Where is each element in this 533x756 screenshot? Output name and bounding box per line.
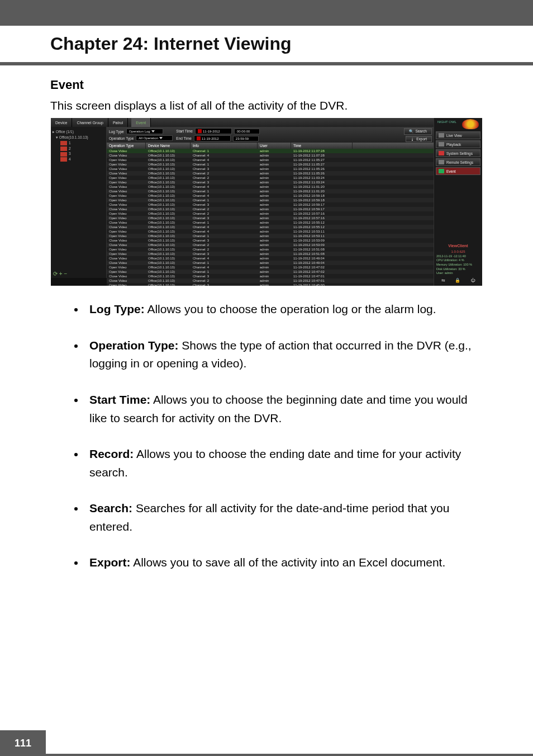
table-row[interactable]: Close VideoOffice(10.1.10.13)Channel: 3a… bbox=[107, 202, 434, 207]
table-row[interactable]: Close VideoOffice(10.1.10.13)Channel: 1a… bbox=[107, 189, 434, 193]
tree-channel-1[interactable]: 1 bbox=[53, 140, 104, 146]
switch-user-icon[interactable]: ⇆ bbox=[441, 277, 445, 284]
export-button[interactable]: ⭳ Export bbox=[406, 136, 432, 142]
table-row[interactable]: Open VideoOffice(10.1.10.13)Channel: 2ad… bbox=[107, 247, 434, 252]
monitor-icon bbox=[439, 133, 444, 138]
table-cell: Office(10.1.10.13) bbox=[146, 171, 191, 176]
table-row[interactable]: Open VideoOffice(10.1.10.13)Channel: 4ad… bbox=[107, 265, 434, 270]
power-icon[interactable]: ⏻ bbox=[470, 277, 475, 284]
table-row[interactable]: Close VideoOffice(10.1.10.13)Channel: 3a… bbox=[107, 167, 434, 171]
table-cell: Close Video bbox=[107, 261, 146, 265]
end-date-input[interactable]: 11-19-2012 bbox=[194, 135, 231, 141]
table-row[interactable]: Close VideoOffice(10.1.10.13)Channel: 1a… bbox=[107, 220, 434, 225]
table-cell: Office(10.1.10.13) bbox=[146, 225, 191, 229]
col-device-name[interactable]: Device Name bbox=[146, 143, 191, 149]
table-cell: Office(10.1.10.13) bbox=[146, 180, 191, 185]
table-cell: Channel: 2 bbox=[191, 211, 258, 216]
table-row[interactable]: Close VideoOffice(10.1.10.13)Channel: 4a… bbox=[107, 153, 434, 158]
operation-type-select[interactable]: All Operation bbox=[136, 135, 173, 141]
log-type-select[interactable]: Operation Log bbox=[126, 129, 163, 134]
table-row[interactable]: Open VideoOffice(10.1.10.13)Channel: 4ad… bbox=[107, 193, 434, 198]
table-row[interactable]: Open VideoOffice(10.1.10.13)Channel: 2ad… bbox=[107, 176, 434, 180]
table-row[interactable]: Open VideoOffice(10.1.10.13)Channel: 1ad… bbox=[107, 234, 434, 238]
table-row[interactable]: Open VideoOffice(10.1.10.13)Channel: 1ad… bbox=[107, 162, 434, 167]
col-info[interactable]: Info bbox=[191, 143, 258, 149]
table-cell: 11-19-2012 10:59:18 bbox=[291, 198, 353, 202]
side-btn-playback[interactable]: Playback bbox=[436, 140, 480, 148]
side-btn-remote-settings[interactable]: Remote Settings bbox=[436, 158, 480, 166]
table-row[interactable]: Close VideoOffice(10.1.10.13)Channel: 2a… bbox=[107, 171, 434, 176]
tree-channel-4[interactable]: 4 bbox=[53, 157, 104, 162]
col-time[interactable]: Time bbox=[291, 143, 353, 149]
table-cell: 11-19-2012 10:59:17 bbox=[291, 202, 353, 207]
lock-icon[interactable]: 🔒 bbox=[455, 277, 460, 284]
tree-device-office[interactable]: ▾ Office(10.1.10.13) bbox=[53, 135, 104, 140]
table-row[interactable]: Close VideoOffice(10.1.10.13)Channel: 4a… bbox=[107, 256, 434, 261]
gear-icon bbox=[439, 151, 444, 155]
table-cell: Office(10.1.10.13) bbox=[146, 229, 191, 234]
side-btn-system-settings[interactable]: System Settings bbox=[436, 149, 480, 157]
table-row[interactable]: Close VideoOffice(10.1.10.13)Channel: 4a… bbox=[107, 225, 434, 229]
table-cell: Close Video bbox=[107, 225, 146, 229]
table-row[interactable]: Close VideoOffice(10.1.10.13)Channel: 1a… bbox=[107, 149, 434, 153]
table-cell: Open Video bbox=[107, 229, 146, 234]
table-row[interactable]: Open VideoOffice(10.1.10.13)Channel: 4ad… bbox=[107, 158, 434, 162]
table-row[interactable]: Open VideoOffice(10.1.10.13)Channel: 4ad… bbox=[107, 229, 434, 234]
top-tab-bar: Device Channel Group Patrol Event bbox=[51, 118, 482, 127]
table-row[interactable]: Open VideoOffice(10.1.10.13)Channel: 2ad… bbox=[107, 211, 434, 216]
top-tab-patrol[interactable]: Patrol bbox=[108, 118, 128, 127]
main-tab-event[interactable]: Event bbox=[131, 118, 151, 127]
table-cell: Channel: 1 bbox=[191, 270, 258, 274]
disk-label: Disk Utilization: bbox=[436, 267, 458, 271]
table-cell: Channel: 3 bbox=[191, 238, 258, 243]
tree-channel-2[interactable]: 2 bbox=[53, 146, 104, 152]
table-cell: Office(10.1.10.13) bbox=[146, 256, 191, 261]
top-tab-device[interactable]: Device bbox=[51, 118, 72, 127]
table-cell: admin bbox=[258, 189, 291, 193]
table-row[interactable]: Open VideoOffice(10.1.10.13)Channel: 3ad… bbox=[107, 216, 434, 220]
table-row[interactable]: Open VideoOffice(10.1.10.13)Channel: 1ad… bbox=[107, 270, 434, 274]
table-cell: Open Video bbox=[107, 198, 146, 202]
table-row[interactable]: Open VideoOffice(10.1.10.13)Channel: 3ad… bbox=[107, 252, 434, 256]
table-cell: 11-19-2012 10:51:08 bbox=[291, 247, 353, 252]
start-date-input[interactable]: 11-19-2012 bbox=[195, 128, 232, 134]
table-cell: Channel: 3 bbox=[191, 167, 258, 171]
table-cell: Close Video bbox=[107, 153, 146, 158]
table-cell: Close Video bbox=[107, 185, 146, 189]
cpu-label: CPU Utilization: bbox=[436, 258, 458, 262]
table-cell: Office(10.1.10.13) bbox=[146, 283, 191, 286]
list-item: Start Time: Allows you to choose the beg… bbox=[85, 391, 483, 427]
table-cell: Close Video bbox=[107, 238, 146, 243]
table-row[interactable]: Open VideoOffice(10.1.10.13)Channel: 1ad… bbox=[107, 198, 434, 202]
table-cell: Close Video bbox=[107, 220, 146, 225]
table-cell: admin bbox=[258, 265, 291, 270]
top-tab-channel-group[interactable]: Channel Group bbox=[72, 118, 108, 127]
table-cell: Channel: 1 bbox=[191, 149, 258, 153]
table-row[interactable]: Close VideoOffice(10.1.10.13)Channel: 2a… bbox=[107, 207, 434, 211]
table-row[interactable]: Close VideoOffice(10.1.10.13)Channel: 1a… bbox=[107, 261, 434, 265]
table-row[interactable]: Close VideoOffice(10.1.10.13)Channel: 3a… bbox=[107, 238, 434, 243]
table-row[interactable]: Open VideoOffice(10.1.10.13)Channel: 3ad… bbox=[107, 180, 434, 185]
app-screenshot: Device Channel Group Patrol Event ▸ Offi… bbox=[51, 118, 482, 286]
table-row[interactable]: Close VideoOffice(10.1.10.13)Channel: 2a… bbox=[107, 243, 434, 247]
table-cell: admin bbox=[258, 278, 291, 283]
side-btn-live-view[interactable]: Live View bbox=[436, 131, 480, 139]
col-operation-type[interactable]: Operation Type bbox=[107, 143, 146, 149]
tree-toolbar[interactable]: ⟳ + − bbox=[53, 271, 67, 277]
start-time-input[interactable]: 00:00:00 bbox=[234, 129, 260, 134]
tree-channel-3[interactable]: 3 bbox=[53, 151, 104, 157]
table-row[interactable]: Close VideoOffice(10.1.10.13)Channel: 4a… bbox=[107, 185, 434, 189]
table-cell: 11-19-2012 11:05:26 bbox=[291, 171, 353, 176]
table-row[interactable]: Close VideoOffice(10.1.10.13)Channel: 3a… bbox=[107, 274, 434, 278]
table-cell: Channel: 1 bbox=[191, 198, 258, 202]
tree-root-office[interactable]: ▸ Office (1/1) bbox=[53, 129, 104, 135]
table-cell: admin bbox=[258, 270, 291, 274]
search-button[interactable]: 🔍 Search bbox=[404, 128, 432, 135]
col-user[interactable]: User bbox=[258, 143, 291, 149]
table-row[interactable]: Open VideoOffice(10.1.10.13)Channel: 3ad… bbox=[107, 283, 434, 286]
side-btn-event[interactable]: Event bbox=[436, 167, 480, 175]
end-time-input[interactable]: 23:59:59 bbox=[233, 136, 259, 141]
table-cell: Office(10.1.10.13) bbox=[146, 220, 191, 225]
table-cell: Office(10.1.10.13) bbox=[146, 274, 191, 278]
table-row[interactable]: Close VideoOffice(10.1.10.13)Channel: 2a… bbox=[107, 278, 434, 283]
